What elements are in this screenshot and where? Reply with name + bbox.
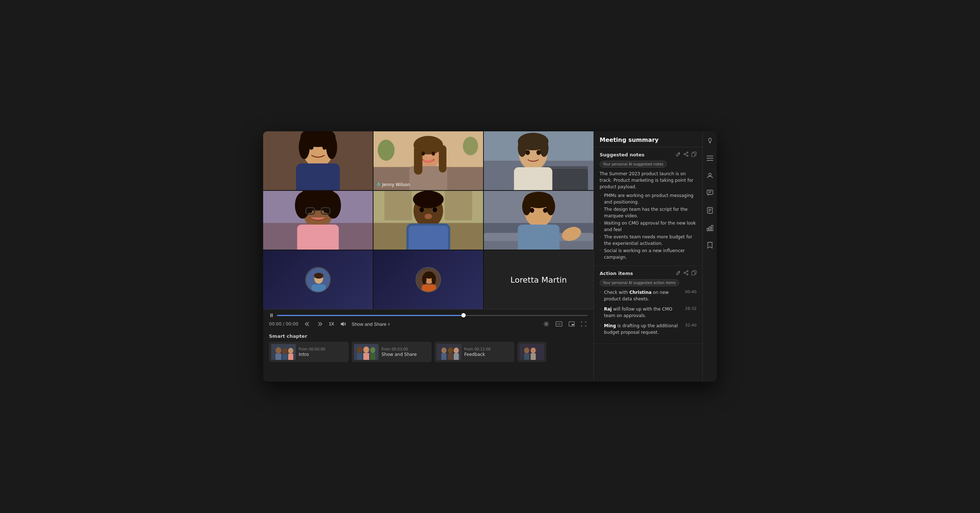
- controls-row: 00:00 / 00:00 1X: [269, 320, 588, 327]
- video-cell-5[interactable]: [374, 191, 483, 249]
- chat-button[interactable]: [704, 187, 716, 199]
- pause-button[interactable]: ⏸: [269, 312, 274, 318]
- chapter-card-2[interactable]: From 00:03:00 Show and Share: [352, 342, 431, 362]
- svg-rect-18: [439, 145, 447, 173]
- svg-point-68: [530, 208, 534, 213]
- edit-icon: [676, 152, 681, 157]
- svg-rect-142: [711, 225, 713, 231]
- svg-point-104: [448, 348, 453, 353]
- svg-point-106: [454, 348, 459, 353]
- controls-right: CC: [542, 320, 588, 327]
- action-item-1: Check with Christina on new product data…: [600, 289, 697, 302]
- video-cell-8[interactable]: [374, 250, 483, 309]
- bookmark-button[interactable]: [704, 240, 716, 251]
- menu-button[interactable]: [704, 152, 716, 164]
- fullscreen-icon: [581, 321, 586, 327]
- svg-point-92: [288, 348, 293, 354]
- video-cell-6[interactable]: [484, 191, 593, 249]
- edit-actions-button[interactable]: [676, 270, 681, 276]
- svg-rect-22: [378, 183, 379, 185]
- time-display: 00:00 / 00:00: [269, 321, 298, 327]
- share-notes-button[interactable]: [684, 152, 689, 158]
- svg-rect-141: [709, 227, 711, 231]
- svg-point-121: [687, 274, 688, 275]
- people-button[interactable]: [704, 170, 716, 181]
- video-cell-7[interactable]: [263, 250, 373, 309]
- svg-point-58: [424, 214, 432, 219]
- copy-actions-icon: [692, 270, 697, 275]
- mic-icon: [376, 183, 381, 187]
- svg-point-79: [422, 274, 426, 284]
- player-controls: ⏸ 00:00 / 00:00: [263, 309, 593, 330]
- lightbulb-icon: [707, 138, 713, 144]
- chapter-card-4[interactable]: [517, 342, 546, 362]
- fullscreen-button[interactable]: [580, 321, 588, 327]
- svg-point-34: [536, 150, 541, 155]
- action-items-actions: [676, 270, 697, 276]
- action-items-header: Action items: [600, 270, 697, 276]
- svg-rect-91: [282, 354, 288, 360]
- action-items-label: Action items: [600, 271, 633, 276]
- svg-rect-112: [531, 353, 536, 360]
- edit-actions-icon: [676, 270, 681, 275]
- svg-point-13: [463, 137, 478, 155]
- forward-icon: [317, 321, 323, 327]
- captions-button[interactable]: CC: [554, 321, 564, 327]
- progress-thumb[interactable]: [461, 313, 466, 318]
- bullet-2: The design team has the script for the m…: [600, 206, 697, 219]
- action-timestamp-2: 28:32: [684, 306, 697, 311]
- svg-point-120: [687, 271, 688, 272]
- avatar-8: [415, 267, 441, 292]
- forward-button[interactable]: [316, 320, 325, 327]
- app-window: Jenny Wilson: [263, 131, 717, 382]
- video-cell-3[interactable]: [484, 131, 593, 190]
- notes-button[interactable]: [704, 205, 716, 216]
- video-cell-1[interactable]: [263, 131, 373, 190]
- svg-point-115: [684, 154, 685, 155]
- svg-point-122: [684, 272, 685, 273]
- chapter-card-1[interactable]: From 00:00:00 Intro: [269, 342, 349, 362]
- progress-track[interactable]: [277, 315, 588, 316]
- settings-icon: [543, 321, 549, 327]
- action-item-2-text: Raj will follow up with the CMO team on …: [600, 306, 681, 319]
- svg-rect-93: [288, 354, 293, 360]
- menu-icon: [707, 156, 713, 161]
- speed-button[interactable]: 1X: [329, 321, 334, 327]
- volume-button[interactable]: [339, 320, 347, 327]
- pip-button[interactable]: [567, 321, 576, 327]
- settings-button[interactable]: [542, 320, 550, 327]
- chapter-card-3[interactable]: From 00:12:00 Feedback: [434, 342, 514, 362]
- suggested-notes-header: Suggested notes: [600, 152, 697, 158]
- share-actions-button[interactable]: [684, 270, 689, 276]
- share-actions-icon: [684, 270, 689, 275]
- svg-point-82: [546, 323, 547, 325]
- jenny-wilson-label: Jenny Wilson: [376, 182, 410, 187]
- progress-bar-container: ⏸: [269, 312, 588, 318]
- lightbulb-button[interactable]: [704, 135, 716, 146]
- action-timestamp-1: 00:40: [684, 289, 697, 294]
- analytics-icon: [707, 225, 713, 231]
- svg-point-111: [531, 348, 536, 353]
- action-timestamp-3: 32:40: [684, 322, 697, 327]
- video-cell-4[interactable]: [263, 191, 373, 249]
- svg-point-69: [543, 208, 547, 213]
- svg-point-7: [299, 135, 310, 159]
- video-cell-loretta[interactable]: Loretta Martin: [484, 250, 593, 309]
- chapter-thumb-3: [437, 344, 461, 360]
- show-share-button[interactable]: Show and Share ›: [352, 321, 390, 327]
- summary-text: The Summer 2023 product launch is on tra…: [600, 170, 697, 190]
- edit-notes-button[interactable]: [676, 152, 681, 158]
- copy-actions-button[interactable]: [692, 270, 697, 276]
- analytics-button[interactable]: [704, 222, 716, 233]
- rewind-button[interactable]: [303, 320, 312, 327]
- suggested-notes-actions: [676, 152, 697, 158]
- svg-point-95: [357, 347, 362, 353]
- video-cell-jenny[interactable]: Jenny Wilson: [374, 131, 483, 190]
- svg-point-113: [687, 152, 688, 154]
- bullets-list: PMMs are working on product messaging an…: [600, 192, 697, 260]
- svg-rect-126: [692, 272, 695, 275]
- svg-rect-107: [454, 353, 459, 360]
- copy-notes-button[interactable]: [692, 152, 697, 158]
- svg-rect-64: [518, 225, 560, 249]
- share-icon: [684, 152, 689, 157]
